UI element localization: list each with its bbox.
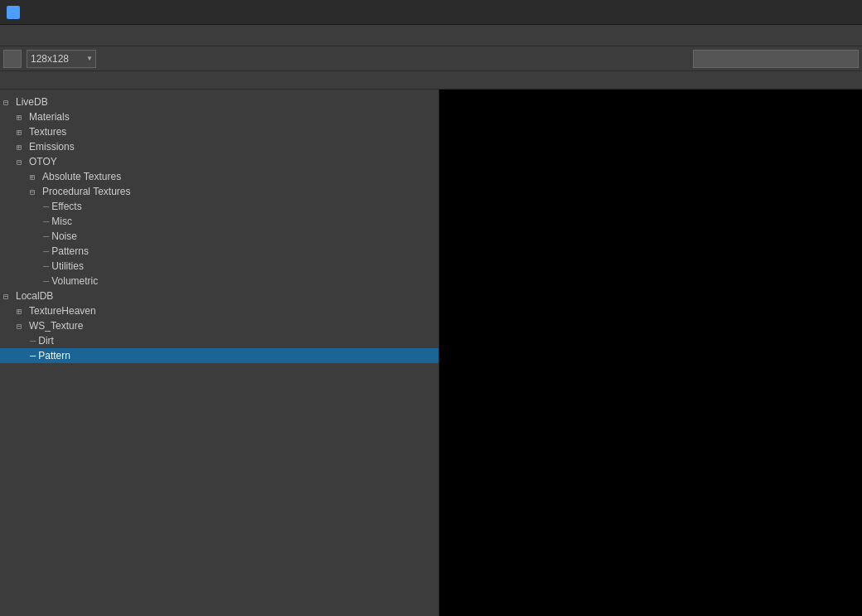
window-controls bbox=[741, 0, 855, 25]
expand-icon: ⊞ bbox=[17, 143, 27, 152]
expand-icon: ⊟ bbox=[17, 158, 27, 167]
tree-item-materials[interactable]: ⊞Materials bbox=[0, 109, 438, 124]
leaf-line: — bbox=[43, 201, 49, 212]
tree-item-patterns[interactable]: —Patterns bbox=[0, 244, 438, 259]
expand-icon: ⊟ bbox=[3, 98, 13, 107]
tree-item-livedb[interactable]: ⊟LiveDB bbox=[0, 95, 438, 109]
tree-item-textures[interactable]: ⊞Textures bbox=[0, 124, 438, 139]
menu-bar bbox=[0, 25, 862, 46]
title-bar-left bbox=[7, 6, 30, 19]
tree-item-emissions[interactable]: ⊞Emissions bbox=[0, 139, 438, 154]
tree-item-misc[interactable]: —Misc bbox=[0, 214, 438, 229]
expand-icon: ⊟ bbox=[17, 322, 27, 331]
size-select[interactable]: 128x128 256x256 512x512 1024x1024 bbox=[27, 50, 96, 68]
tree-item-label: Pattern bbox=[38, 350, 70, 361]
expand-icon: ⊞ bbox=[17, 128, 27, 137]
file-menu[interactable] bbox=[17, 33, 30, 38]
tree-item-label: LiveDB bbox=[16, 96, 48, 108]
tree-item-label: Procedural Textures bbox=[42, 186, 131, 197]
toolbar: 128x128 256x256 512x512 1024x1024 bbox=[0, 46, 862, 71]
tree-item-label: Volumetric bbox=[51, 275, 98, 287]
expand-icon: ⊟ bbox=[30, 187, 40, 196]
leaf-line: — bbox=[43, 275, 49, 287]
leaf-line: — bbox=[43, 230, 49, 242]
expand-icon: ⊞ bbox=[17, 113, 27, 122]
maximize-button[interactable] bbox=[779, 0, 817, 25]
title-bar bbox=[0, 0, 862, 25]
search-input[interactable] bbox=[693, 50, 859, 68]
tree-item-label: Patterns bbox=[51, 245, 89, 257]
app-icon bbox=[7, 6, 20, 19]
tree-item-label: Emissions bbox=[29, 141, 75, 153]
close-button[interactable] bbox=[817, 0, 855, 25]
tree-item-label: Textures bbox=[29, 126, 66, 138]
tree-item-label: WS_Texture bbox=[29, 320, 83, 332]
minimize-button[interactable] bbox=[741, 0, 779, 25]
tree-item-dirt[interactable]: —Dirt bbox=[0, 333, 438, 348]
tree-item-otoy[interactable]: ⊟OTOY bbox=[0, 154, 438, 169]
tree-item-absolute-textures[interactable]: ⊞Absolute Textures bbox=[0, 169, 438, 184]
tree-item-label: Misc bbox=[51, 216, 72, 227]
tree-item-ws-texture[interactable]: ⊟WS_Texture bbox=[0, 318, 438, 333]
leaf-line: — bbox=[30, 350, 36, 361]
tree-item-label: Effects bbox=[51, 201, 81, 212]
preview-panel bbox=[439, 90, 862, 616]
leaf-line: — bbox=[30, 335, 36, 347]
tree-item-label: Absolute Textures bbox=[42, 171, 121, 182]
leaf-line: — bbox=[43, 216, 49, 227]
tree-item-label: Dirt bbox=[38, 335, 54, 347]
download-button[interactable] bbox=[3, 50, 22, 68]
category-bar bbox=[0, 71, 862, 90]
tree-item-noise[interactable]: —Noise bbox=[0, 229, 438, 244]
tree-panel[interactable]: ⊟LiveDB⊞Materials⊞Textures⊞Emissions⊟OTO… bbox=[0, 90, 439, 616]
main-content: ⊟LiveDB⊞Materials⊞Textures⊞Emissions⊟OTO… bbox=[0, 90, 862, 616]
expand-icon: ⊟ bbox=[3, 292, 13, 301]
tree-item-volumetric[interactable]: —Volumetric bbox=[0, 274, 438, 289]
hamburger-menu[interactable] bbox=[3, 33, 17, 38]
expand-icon: ⊞ bbox=[17, 307, 27, 316]
leaf-line: — bbox=[43, 260, 49, 272]
tree-item-localdb[interactable]: ⊟LocalDB bbox=[0, 289, 438, 303]
expand-icon: ⊞ bbox=[30, 172, 40, 182]
tree-item-utilities[interactable]: —Utilities bbox=[0, 259, 438, 274]
tree-item-label: Noise bbox=[51, 230, 77, 242]
tree-item-label: LocalDB bbox=[16, 290, 53, 302]
tree-item-effects[interactable]: —Effects bbox=[0, 199, 438, 214]
tree-item-label: TextureHeaven bbox=[29, 305, 96, 317]
tree-item-procedural-textures[interactable]: ⊟Procedural Textures bbox=[0, 184, 438, 199]
tree-item-label: Materials bbox=[29, 111, 70, 123]
tree-item-label: Utilities bbox=[51, 260, 84, 272]
tree-item-label: OTOY bbox=[29, 156, 57, 167]
leaf-line: — bbox=[43, 245, 49, 257]
size-select-wrapper: 128x128 256x256 512x512 1024x1024 bbox=[27, 50, 96, 68]
tree-item-texture-heaven[interactable]: ⊞TextureHeaven bbox=[0, 303, 438, 318]
tree-item-pattern[interactable]: —Pattern bbox=[0, 348, 438, 363]
